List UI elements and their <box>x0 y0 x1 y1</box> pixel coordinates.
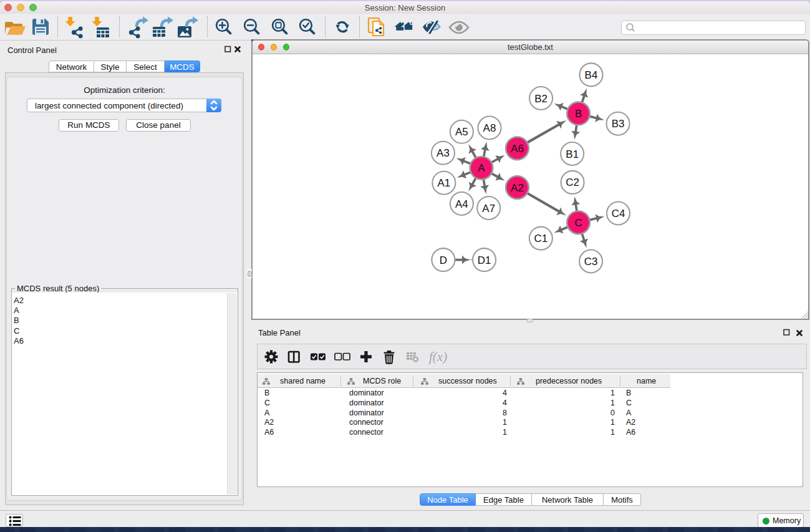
svg-text:A: A <box>478 162 485 174</box>
svg-text:A5: A5 <box>455 126 468 138</box>
svg-text:A3: A3 <box>436 147 450 159</box>
svg-text:C4: C4 <box>612 208 625 220</box>
svg-text:A4: A4 <box>455 198 468 210</box>
svg-text:A1: A1 <box>438 177 451 189</box>
svg-text:C1: C1 <box>534 233 548 244</box>
svg-text:A2: A2 <box>511 182 524 194</box>
svg-text:f(x): f(x) <box>429 349 447 364</box>
svg-text:C2: C2 <box>566 177 579 188</box>
svg-text:A7: A7 <box>482 203 495 215</box>
svg-text:A8: A8 <box>483 122 496 134</box>
svg-text:B1: B1 <box>566 148 579 160</box>
svg-text:A6: A6 <box>511 143 524 155</box>
svg-text:B3: B3 <box>612 118 625 130</box>
svg-text:D1: D1 <box>478 254 491 266</box>
svg-text:B2: B2 <box>534 93 547 105</box>
svg-text:D: D <box>440 254 447 266</box>
svg-text:B4: B4 <box>585 69 598 81</box>
svg-text:C: C <box>574 217 582 229</box>
svg-text:B: B <box>575 108 582 120</box>
svg-text:C3: C3 <box>584 256 598 268</box>
